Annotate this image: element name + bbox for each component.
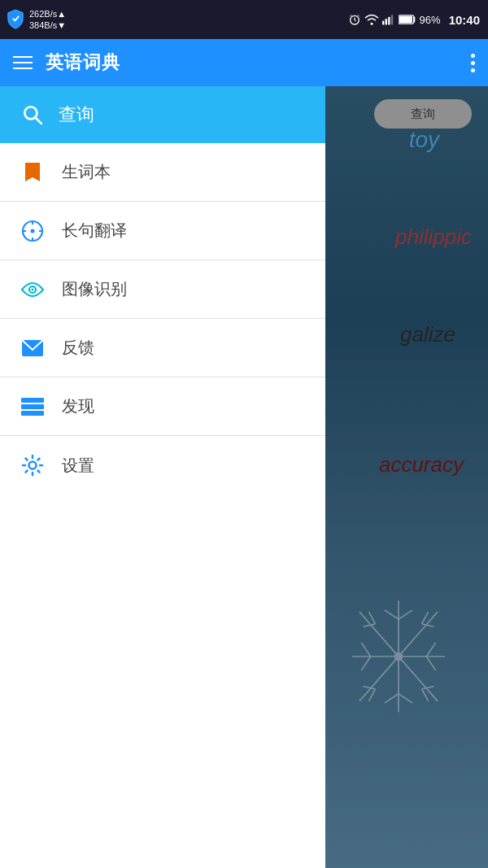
drawer-item-ocr[interactable]: 图像识别 [0,260,325,319]
bookmark-icon [22,161,43,184]
hamburger-line-1 [13,56,33,58]
feedback-label: 反馈 [62,337,94,359]
hamburger-line-3 [13,68,33,69]
network-info: 262B/s▲ 384B/s▼ [29,8,66,32]
svg-rect-39 [21,398,44,403]
battery-icon [399,14,416,25]
eye-icon-container [20,277,46,303]
mail-icon-container [20,335,46,361]
svg-rect-40 [21,404,44,409]
eye-icon [20,281,45,298]
search-icon-container [20,102,46,128]
svg-rect-2 [385,19,386,24]
shield-icon [7,9,24,30]
app-title: 英语词典 [46,50,471,75]
drawer-item-translate[interactable]: 长句翻译 [0,202,325,260]
list-icon [21,398,44,416]
status-bar: 262B/s▲ 384B/s▼ 96% 10:4 [0,0,488,39]
wifi-icon [364,13,379,26]
svg-point-37 [32,288,34,290]
svg-rect-3 [388,17,390,25]
status-bar-right: 96% 10:40 [348,13,480,27]
status-bar-left: 262B/s▲ 384B/s▼ [7,8,66,32]
gear-icon-container [20,452,46,478]
more-options-button[interactable] [471,54,475,72]
main-container: 查询 toy philippic galize accuracy [0,86,488,868]
drawer-search-item[interactable]: 查询 [0,86,325,143]
compass-icon-container [20,218,46,244]
drawer-menu: 生词本 长句翻译 [0,143,325,868]
more-dot-3 [471,68,475,72]
svg-rect-6 [399,16,412,23]
svg-rect-4 [390,15,392,24]
svg-rect-41 [21,411,44,416]
compass-icon [21,220,44,242]
list-icon-container [20,394,46,420]
search-icon [22,104,43,125]
time-display: 10:40 [449,13,480,27]
drawer-item-settings[interactable]: 设置 [0,436,325,495]
svg-point-31 [31,229,35,233]
drawer-search-label: 查询 [59,103,94,127]
ocr-label: 图像识别 [62,278,127,300]
battery-percent: 96% [420,14,441,26]
settings-label: 设置 [62,455,94,477]
app-bar: 英语词典 [0,39,488,86]
vocabulary-label: 生词本 [62,161,111,183]
signal-icon [382,13,395,26]
bookmark-icon-container [20,159,46,185]
gear-icon [21,454,44,477]
discover-label: 发现 [62,395,94,417]
mail-icon [21,339,44,357]
navigation-drawer: 查询 生词本 [0,86,325,868]
hamburger-menu-button[interactable] [13,56,33,69]
alarm-icon [348,13,361,26]
translate-label: 长句翻译 [62,220,127,242]
drawer-item-discover[interactable]: 发现 [0,377,325,436]
svg-line-29 [35,117,41,124]
svg-point-42 [29,462,37,469]
drawer-item-feedback[interactable]: 反馈 [0,319,325,377]
hamburger-line-2 [13,62,33,63]
svg-rect-1 [382,21,384,25]
more-dot-1 [471,54,475,58]
more-dot-2 [471,61,475,65]
drawer-item-vocabulary[interactable]: 生词本 [0,143,325,202]
